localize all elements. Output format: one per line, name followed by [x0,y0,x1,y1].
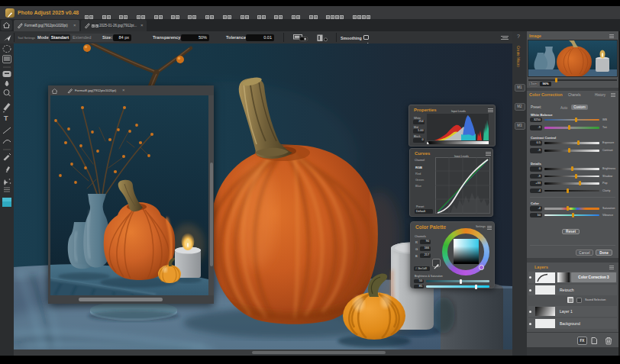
svg-text:T: T [4,114,8,122]
